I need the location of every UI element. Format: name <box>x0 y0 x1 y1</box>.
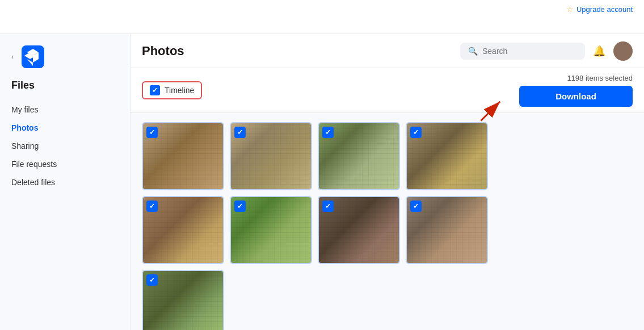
upgrade-link[interactable]: ☆ Upgrade account <box>566 5 633 14</box>
toolbar-row: ✓ Timeline 1198 items selected Download <box>131 68 644 113</box>
photo-check: ✓ <box>234 127 246 138</box>
photo-check: ✓ <box>410 200 422 212</box>
photo-check: ✓ <box>322 127 334 138</box>
sidebar-nav: My files Photos Sharing File requests De… <box>0 101 130 191</box>
photos-scroll[interactable]: ✓ ✓ ✓ ✓ ✓ ✓ ✓ <box>131 113 644 330</box>
photo-item[interactable]: ✓ <box>406 122 488 190</box>
sidebar-item-photos[interactable]: Photos <box>0 119 130 137</box>
search-icon: 🔍 <box>468 47 478 56</box>
photos-grid: ✓ ✓ ✓ ✓ ✓ ✓ ✓ <box>142 122 633 330</box>
sidebar-logo-area: ‹ <box>0 45 130 80</box>
photo-item[interactable]: ✓ <box>406 196 488 264</box>
timeline-filter[interactable]: ✓ Timeline <box>142 81 202 99</box>
photo-item[interactable]: ✓ <box>142 122 224 190</box>
page-title: Photos <box>142 44 184 59</box>
search-box[interactable]: 🔍 <box>460 43 585 60</box>
main-layout: ‹ Files My files Photos Sharing File req… <box>0 34 644 330</box>
upgrade-label: Upgrade account <box>576 5 633 14</box>
photo-check: ✓ <box>146 127 158 138</box>
sidebar-item-my-files[interactable]: My files <box>0 101 130 119</box>
photo-item[interactable]: ✓ <box>230 196 312 264</box>
dropbox-logo <box>22 45 44 68</box>
collapse-button[interactable]: ‹ <box>11 53 14 61</box>
sidebar-item-sharing[interactable]: Sharing <box>0 137 130 155</box>
items-selected-text: 1198 items selected <box>567 74 633 82</box>
bell-icon[interactable]: 🔔 <box>593 45 605 57</box>
timeline-label: Timeline <box>165 86 194 95</box>
header-right: 🔍 🔔 <box>460 41 633 61</box>
star-icon: ☆ <box>566 5 574 14</box>
download-button[interactable]: Download <box>519 86 633 107</box>
download-area: 1198 items selected Download <box>519 74 633 107</box>
sidebar-item-file-requests[interactable]: File requests <box>0 155 130 173</box>
sidebar-item-deleted-files[interactable]: Deleted files <box>0 173 130 191</box>
photo-check: ✓ <box>146 274 158 286</box>
photo-item[interactable]: ✓ <box>230 122 312 190</box>
topbar: ☆ Upgrade account <box>0 0 644 34</box>
photo-check: ✓ <box>146 200 158 212</box>
photo-check: ✓ <box>234 200 246 212</box>
photo-check: ✓ <box>410 127 422 138</box>
files-header: Files <box>0 80 130 101</box>
photo-item[interactable]: ✓ <box>142 196 224 264</box>
sidebar: ‹ Files My files Photos Sharing File req… <box>0 34 131 330</box>
photo-item[interactable]: ✓ <box>318 122 400 190</box>
photo-check: ✓ <box>322 200 334 212</box>
content-area: Photos 🔍 🔔 ✓ Timeline 1198 items selecte… <box>131 34 644 330</box>
photo-item[interactable]: ✓ <box>142 270 224 330</box>
timeline-checkbox: ✓ <box>150 85 160 95</box>
avatar[interactable] <box>613 41 633 61</box>
header-row: Photos 🔍 🔔 <box>131 34 644 68</box>
photo-item[interactable]: ✓ <box>318 196 400 264</box>
search-input[interactable] <box>482 47 577 56</box>
